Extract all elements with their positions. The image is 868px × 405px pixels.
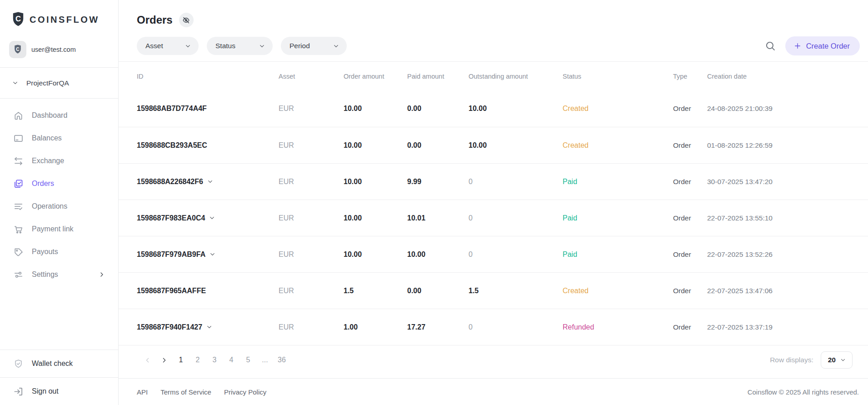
sidebar-item-label: Payment link	[32, 225, 74, 233]
sidebar-item-label: Operations	[32, 202, 67, 210]
chevron-down-icon	[185, 43, 191, 50]
sidebar-item-label: Balances	[32, 134, 62, 142]
rows-per-page-value: 20	[828, 356, 836, 364]
cell-paid-amount: 10.01	[407, 214, 469, 222]
cell-outstanding-amount: 0	[469, 250, 563, 259]
sidebar-item-dashboard[interactable]: Dashboard	[0, 104, 118, 127]
table-row[interactable]: 1598688A226842F6EUR10.009.990PaidOrder30…	[119, 163, 868, 200]
table-row[interactable]: 1598687F940F1427EUR1.0017.270RefundedOrd…	[119, 309, 868, 345]
table-row[interactable]: 1598687F965AAFFEEUR1.50.001.5CreatedOrde…	[119, 272, 868, 309]
page-button[interactable]: 36	[275, 353, 289, 367]
sliders-icon	[13, 270, 24, 280]
sidebar-item-payouts[interactable]: Payouts	[0, 240, 118, 263]
search-icon	[764, 40, 776, 52]
card-icon	[13, 133, 24, 144]
table-header: IDAssetOrder amountPaid amountOutstandin…	[119, 62, 868, 90]
cell-order-amount: 10.00	[344, 105, 407, 113]
cell-order-amount: 1.00	[344, 323, 407, 331]
cell-creation-date: 22-07-2025 13:55:10	[707, 214, 859, 222]
cell-creation-date: 22-07-2025 13:52:26	[707, 250, 859, 259]
cell-creation-date: 22-07-2025 13:47:06	[707, 287, 859, 295]
cell-type: Order	[673, 141, 707, 150]
table-row[interactable]: 159868AB7D774A4FEUR10.000.0010.00Created…	[119, 90, 868, 127]
chevron-left-icon	[144, 356, 151, 364]
page-button[interactable]: 5	[241, 353, 255, 367]
cell-asset: EUR	[279, 214, 344, 222]
cell-id: 1598687F940F1427	[137, 323, 279, 331]
table-row[interactable]: 1598688CB293A5ECEUR10.000.0010.00Created…	[119, 127, 868, 163]
table-row[interactable]: 1598687F983EA0C4EUR10.0010.010PaidOrder2…	[119, 200, 868, 236]
filter-period-dropdown[interactable]: Period	[281, 37, 347, 55]
rows-per-page-select[interactable]: 20	[821, 351, 853, 369]
user-email: user@test.com	[31, 46, 76, 53]
page-button-current[interactable]: 1	[174, 353, 188, 367]
sidebar-item-label: Wallet check	[32, 360, 73, 368]
row-expand-chevron-icon[interactable]	[209, 215, 215, 221]
sidebar-item-orders[interactable]: Orders	[0, 172, 118, 195]
footer-link-terms-of-service[interactable]: Terms of Service	[160, 388, 211, 396]
sidebar-item-payment-link[interactable]: Payment link	[0, 218, 118, 240]
cell-asset: EUR	[279, 141, 344, 150]
sidebar-item-label: Payouts	[32, 248, 58, 256]
filter-status-dropdown[interactable]: Status	[207, 37, 273, 55]
cell-asset: EUR	[279, 323, 344, 331]
tag-icon	[13, 247, 24, 257]
column-header-paid-amount: Paid amount	[407, 73, 469, 80]
table-row[interactable]: 1598687F979AB9FAEUR10.0010.000PaidOrder2…	[119, 236, 868, 272]
column-header-id: ID	[137, 73, 279, 80]
sidebar-item-balances[interactable]: Balances	[0, 127, 118, 150]
cell-type: Order	[673, 287, 707, 295]
footer: APITerms of ServicePrivacy Policy Coinsf…	[119, 378, 868, 405]
page-button[interactable]: 3	[208, 353, 221, 367]
sidebar-menu: DashboardBalancesExchangeOrdersOperation…	[0, 99, 118, 286]
row-expand-chevron-icon[interactable]	[206, 324, 213, 330]
cell-type: Order	[673, 250, 707, 259]
svg-text:C: C	[16, 46, 19, 51]
sidebar-item-exchange[interactable]: Exchange	[0, 150, 118, 172]
cell-id: 1598687F983EA0C4	[137, 214, 279, 222]
chevron-down-icon	[333, 43, 339, 50]
filter-bar: AssetStatusPeriod Create Order	[137, 36, 860, 55]
pagination-row: 12345...36 Row displays: 20	[119, 347, 868, 373]
sidebar-item-operations[interactable]: Operations	[0, 195, 118, 218]
project-selector[interactable]: ProjectForQA	[0, 68, 118, 99]
page-button[interactable]: 2	[191, 353, 205, 367]
sidebar-item-sign-out[interactable]: Sign out	[0, 377, 118, 405]
cell-type: Order	[673, 214, 707, 222]
search-button[interactable]	[764, 40, 776, 52]
cell-creation-date: 24-08-2025 21:00:39	[707, 105, 859, 113]
sidebar-item-label: Dashboard	[32, 111, 67, 120]
sidebar-item-settings[interactable]: Settings	[0, 263, 118, 286]
column-header-creation-date: Creation date	[707, 73, 859, 80]
brand-logo: C COINSFLOW	[0, 0, 118, 36]
user-account[interactable]: C user@test.com	[0, 36, 118, 68]
cell-paid-amount: 17.27	[407, 323, 469, 331]
create-order-button[interactable]: Create Order	[785, 36, 860, 55]
row-expand-chevron-icon[interactable]	[207, 178, 214, 185]
chevron-right-icon	[160, 356, 168, 364]
footer-link-api[interactable]: API	[137, 388, 148, 396]
status-badge: Created	[563, 141, 673, 150]
pagination-ellipsis: ...	[258, 353, 272, 367]
sidebar-item-wallet-check[interactable]: Wallet check	[0, 350, 118, 377]
cart-icon	[13, 224, 24, 235]
hide-amounts-button[interactable]	[179, 13, 194, 27]
app-root: C COINSFLOW C user@test.com ProjectForQA…	[0, 0, 868, 405]
footer-link-privacy-policy[interactable]: Privacy Policy	[224, 388, 266, 396]
filter-label: Status	[215, 42, 235, 50]
chevron-down-icon	[209, 215, 215, 221]
eye-off-icon	[182, 16, 190, 25]
page-button[interactable]: 4	[224, 353, 238, 367]
prev-page-button[interactable]	[140, 353, 154, 367]
next-page-button[interactable]	[157, 353, 171, 367]
column-header-asset: Asset	[279, 73, 344, 80]
cell-paid-amount: 9.99	[407, 178, 469, 186]
chevron-right-icon	[98, 271, 105, 278]
row-expand-chevron-icon[interactable]	[209, 251, 216, 258]
shieldCheck-icon	[13, 359, 24, 369]
column-header-status: Status	[563, 73, 673, 80]
status-badge: Paid	[563, 250, 673, 259]
status-badge: Paid	[563, 214, 673, 222]
orders-icon	[13, 179, 24, 189]
filter-asset-dropdown[interactable]: Asset	[137, 37, 199, 55]
